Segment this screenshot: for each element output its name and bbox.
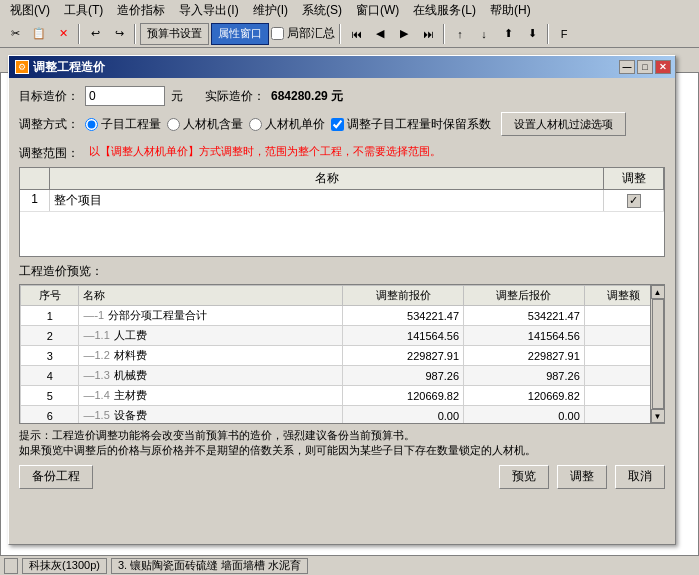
toolbar-move-down[interactable]: ⬇ xyxy=(521,23,543,45)
preview-cell-before-2: 229827.91 xyxy=(343,346,464,366)
scroll-up-arrow[interactable]: ▲ xyxy=(651,285,665,299)
preview-row-5: 6—1.5设备费0.000.000 xyxy=(21,406,664,425)
radio-unit-price-label: 人材机单价 xyxy=(265,116,325,133)
menu-item-maintain[interactable]: 维护(I) xyxy=(247,1,294,20)
toolbar-cut[interactable]: ✂ xyxy=(4,23,26,45)
preview-row-1: 2—1.1人工费141564.56141564.560 xyxy=(21,326,664,346)
actual-price-value: 684280.29 元 xyxy=(271,88,343,105)
row-checkbox-1[interactable] xyxy=(627,194,641,208)
th-before: 调整前报价 xyxy=(343,286,464,306)
toolbar-sep2 xyxy=(134,24,136,44)
th-seq: 序号 xyxy=(21,286,79,306)
properties-window-button[interactable]: 属性窗口 xyxy=(211,23,269,45)
budget-settings-button[interactable]: 预算书设置 xyxy=(140,23,209,45)
th-num xyxy=(20,168,50,189)
adjust-button[interactable]: 调整 xyxy=(557,465,607,489)
toolbar-down[interactable]: ↓ xyxy=(473,23,495,45)
target-price-label: 目标造价： xyxy=(19,88,79,105)
preview-cell-after-0: 534221.47 xyxy=(464,306,585,326)
toolbar-delete[interactable]: ✕ xyxy=(52,23,74,45)
minimize-button[interactable]: — xyxy=(619,60,635,74)
th-after: 调整后报价 xyxy=(464,286,585,306)
radio-quantity-label: 子目工程量 xyxy=(101,116,161,133)
toolbar: ✂ 📋 ✕ ↩ ↪ 预算书设置 属性窗口 局部汇总 ⏮ ◀ ▶ ⏭ ↑ ↓ ⬆ … xyxy=(0,20,699,48)
toolbar-sep1 xyxy=(78,24,80,44)
preview-cell-num-1: 2 xyxy=(21,326,79,346)
toolbar-move-up[interactable]: ⬆ xyxy=(497,23,519,45)
radio-item-content: 人材机含量 xyxy=(167,116,243,133)
preview-row-2: 3—1.2材料费229827.91229827.910 xyxy=(21,346,664,366)
menu-item-system[interactable]: 系统(S) xyxy=(296,1,348,20)
preview-button[interactable]: 预览 xyxy=(499,465,549,489)
th-adjust: 调整 xyxy=(604,168,664,189)
menu-item-import[interactable]: 导入导出(I) xyxy=(173,1,244,20)
status-segment-3: 3. 镶贴陶瓷面砖硫缝 墙面墙槽 水泥育 xyxy=(111,558,308,574)
preview-cell-num-5: 6 xyxy=(21,406,79,425)
preview-cell-name-1: —1.1人工费 xyxy=(79,326,343,346)
target-price-unit: 元 xyxy=(171,88,183,105)
price-row: 目标造价： 元 实际造价： 684280.29 元 xyxy=(19,86,665,106)
target-price-input[interactable] xyxy=(85,86,165,106)
adjust-method-row: 调整方式： 子目工程量 人材机含量 人材机单价 调整子目工程量时保留系数 设置人… xyxy=(19,112,665,136)
partial-summary-label: 局部汇总 xyxy=(287,25,335,42)
preview-row-3: 4—1.3机械费987.26987.260 xyxy=(21,366,664,386)
radio-quantity[interactable] xyxy=(85,118,98,131)
table-header: 名称 调整 xyxy=(20,168,664,190)
toolbar-undo[interactable]: ↩ xyxy=(84,23,106,45)
warning-line1: 提示：工程造价调整功能将会改变当前预算书的造价，强烈建议备份当前预算书。 xyxy=(19,429,415,441)
preview-cell-name-2: —1.2材料费 xyxy=(79,346,343,366)
preview-cell-before-1: 141564.56 xyxy=(343,326,464,346)
scroll-down-arrow[interactable]: ▼ xyxy=(651,409,665,423)
filter-options-button[interactable]: 设置人材机过滤选项 xyxy=(501,112,626,136)
menu-item-view[interactable]: 视图(V) xyxy=(4,1,56,20)
cancel-button[interactable]: 取消 xyxy=(615,465,665,489)
table-row: 1 整个项目 xyxy=(20,190,664,212)
scroll-thumb[interactable] xyxy=(652,299,664,409)
preview-cell-num-4: 5 xyxy=(21,386,79,406)
menu-item-price[interactable]: 造价指标 xyxy=(111,1,171,20)
preserve-coeff-checkbox[interactable] xyxy=(331,118,344,131)
maximize-button[interactable]: □ xyxy=(637,60,653,74)
range-label: 调整范围： xyxy=(19,145,79,162)
toolbar-nav3[interactable]: ▶ xyxy=(393,23,415,45)
toolbar-extra[interactable]: F xyxy=(553,23,575,45)
radio-unit-price[interactable] xyxy=(249,118,262,131)
toolbar-up[interactable]: ↑ xyxy=(449,23,471,45)
partial-summary-checkbox[interactable] xyxy=(271,27,284,40)
adjust-price-dialog: ⚙ 调整工程造价 — □ ✕ 目标造价： 元 实际造价： 684280.29 元… xyxy=(8,55,676,545)
preserve-coeff-label: 调整子目工程量时保留系数 xyxy=(347,116,491,133)
menu-item-tools[interactable]: 工具(T) xyxy=(58,1,109,20)
th-pname: 名称 xyxy=(79,286,343,306)
preview-cell-before-4: 120669.82 xyxy=(343,386,464,406)
status-segment-1 xyxy=(4,558,18,574)
range-info-text: 以【调整人材机单价】方式调整时，范围为整个工程，不需要选择范围。 xyxy=(85,142,445,161)
preview-cell-num-2: 3 xyxy=(21,346,79,366)
preview-cell-after-4: 120669.82 xyxy=(464,386,585,406)
close-button[interactable]: ✕ xyxy=(655,60,671,74)
menu-item-online[interactable]: 在线服务(L) xyxy=(407,1,482,20)
td-num-1: 1 xyxy=(20,190,50,211)
toolbar-nav4[interactable]: ⏭ xyxy=(417,23,439,45)
menu-item-help[interactable]: 帮助(H) xyxy=(484,1,537,20)
dialog-title-left: ⚙ 调整工程造价 xyxy=(15,59,105,76)
toolbar-nav1[interactable]: ⏮ xyxy=(345,23,367,45)
radio-content[interactable] xyxy=(167,118,180,131)
status-segment-2: 科抹灰(1300p) xyxy=(22,558,107,574)
toolbar-copy[interactable]: 📋 xyxy=(28,23,50,45)
preview-cell-after-2: 229827.91 xyxy=(464,346,585,366)
backup-button[interactable]: 备份工程 xyxy=(19,465,93,489)
dialog-content: 目标造价： 元 实际造价： 684280.29 元 调整方式： 子目工程量 人材… xyxy=(9,78,675,497)
th-name: 名称 xyxy=(50,168,604,189)
preview-scrollbar[interactable]: ▲ ▼ xyxy=(650,285,664,423)
preview-cell-name-4: —1.4主材费 xyxy=(79,386,343,406)
preview-label: 工程造价预览： xyxy=(19,263,665,280)
menu-bar: 视图(V) 工具(T) 造价指标 导入导出(I) 维护(I) 系统(S) 窗口(… xyxy=(0,0,699,20)
dialog-title-bar: ⚙ 调整工程造价 — □ ✕ xyxy=(9,56,675,78)
preview-cell-num-0: 1 xyxy=(21,306,79,326)
toolbar-nav2[interactable]: ◀ xyxy=(369,23,391,45)
toolbar-redo[interactable]: ↪ xyxy=(108,23,130,45)
preview-cell-after-1: 141564.56 xyxy=(464,326,585,346)
dialog-icon: ⚙ xyxy=(15,60,29,74)
preview-cell-before-0: 534221.47 xyxy=(343,306,464,326)
menu-item-window[interactable]: 窗口(W) xyxy=(350,1,405,20)
